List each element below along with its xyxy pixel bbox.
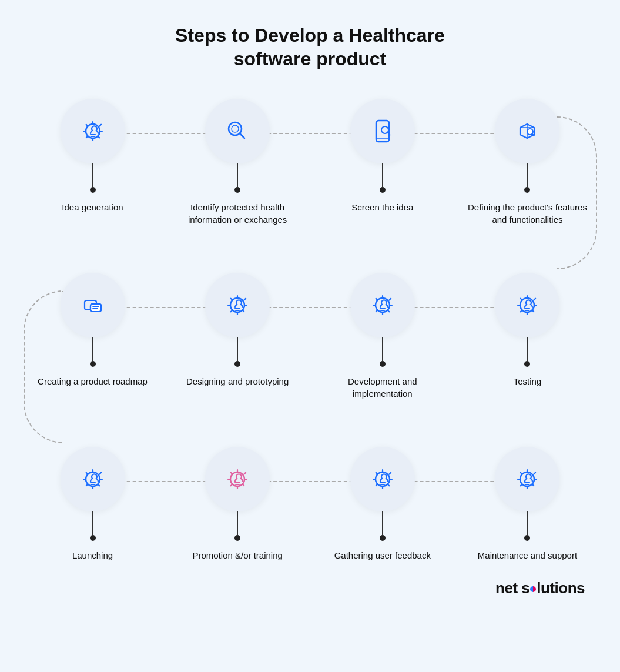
step-idea-generation: Idea generation <box>28 99 157 213</box>
step-1-icon-circle <box>61 99 125 163</box>
step-3-icon-circle <box>350 99 415 163</box>
step-feedback: Gathering user feedback <box>318 447 447 561</box>
step-12-label: Maintenance and support <box>478 549 577 561</box>
step-4-vertical-line <box>527 163 528 187</box>
launch-lightbulb-icon <box>78 464 108 494</box>
row-3: Launching Promoti <box>28 447 592 561</box>
step-4-dot <box>524 187 530 193</box>
step-7-icon-circle <box>350 273 415 337</box>
step-9-icon-circle <box>61 447 125 511</box>
step-9-vertical-line <box>92 511 93 535</box>
step-7-label: Development and implementation <box>318 375 447 400</box>
phone-search-icon <box>367 116 398 146</box>
search-magnify-icon <box>222 116 253 146</box>
dev-lightbulb-icon <box>367 290 398 320</box>
lightbulb-icon <box>78 116 108 146</box>
step-testing: Testing <box>463 273 592 387</box>
step-5-label: Creating a product roadmap <box>38 375 148 387</box>
step-3-dot <box>380 187 386 193</box>
brand-logo: net slutions <box>495 579 585 597</box>
step-11-vertical-line <box>382 511 383 535</box>
step-12-vertical-line <box>527 511 528 535</box>
step-2-icon-circle <box>205 99 270 163</box>
step-identify-phi: Identify protected health information or… <box>173 99 302 226</box>
step-12-dot <box>524 535 530 541</box>
step-5-icon-circle <box>61 273 125 337</box>
step-8-icon-circle <box>495 273 559 337</box>
design-lightbulb-icon <box>222 290 253 320</box>
step-designing: Designing and prototyping <box>173 273 302 387</box>
step-6-dot <box>234 361 240 367</box>
step-12-icon-circle <box>495 447 559 511</box>
page-title: Steps to Develop a Healthcare software p… <box>175 24 445 71</box>
step-8-label: Testing <box>514 375 542 387</box>
step-2-vertical-line <box>237 163 238 187</box>
step-maintenance: Maintenance and support <box>463 447 592 561</box>
step-1-dot <box>90 187 96 193</box>
step-11-label: Gathering user feedback <box>334 549 431 561</box>
step-4-label: Defining the product's features and func… <box>463 201 592 226</box>
logo-dot-icon <box>530 586 536 592</box>
svg-point-4 <box>232 125 239 132</box>
step-screen-idea: Screen the idea <box>318 99 447 213</box>
step-10-icon-circle <box>205 447 270 511</box>
step-promotion: Promotion &/or training <box>173 447 302 561</box>
step-row-3: Launching Promoti <box>28 447 592 561</box>
logo-area: net slutions <box>18 579 602 597</box>
testing-lightbulb-icon <box>512 290 542 320</box>
step-6-label: Designing and prototyping <box>186 375 289 387</box>
step-1-vertical-line <box>92 163 93 187</box>
step-10-dot <box>234 535 240 541</box>
step-9-dot <box>90 535 96 541</box>
maintenance-lightbulb-icon <box>512 464 542 494</box>
step-7-dot <box>380 361 386 367</box>
step-1-label: Idea generation <box>62 201 123 213</box>
step-8-dot <box>524 361 530 367</box>
step-6-vertical-line <box>237 337 238 361</box>
row-2: Creating a product roadmap <box>28 273 592 400</box>
step-11-icon-circle <box>350 447 415 511</box>
step-define-features: Defining the product's features and func… <box>463 99 592 226</box>
step-2-label: Identify protected health information or… <box>173 201 302 226</box>
svg-rect-12 <box>91 304 101 312</box>
step-7-vertical-line <box>382 337 383 361</box>
step-row-2: Creating a product roadmap <box>28 273 592 400</box>
step-10-vertical-line <box>237 511 238 535</box>
step-9-label: Launching <box>72 549 113 561</box>
step-row-1: Idea generation Identify protected healt… <box>28 99 592 226</box>
step-11-dot <box>380 535 386 541</box>
step-8-vertical-line <box>527 337 528 361</box>
step-3-label: Screen the idea <box>351 201 413 213</box>
box-search-icon <box>512 116 542 146</box>
step-3-vertical-line <box>382 163 383 187</box>
feedback-lightbulb-icon <box>367 464 398 494</box>
promotion-lightbulb-icon <box>222 464 253 494</box>
roadmap-icon <box>78 290 108 320</box>
row-1: Idea generation Identify protected healt… <box>28 99 592 226</box>
step-development: Development and implementation <box>318 273 447 400</box>
step-2-dot <box>234 187 240 193</box>
steps-diagram: Idea generation Identify protected healt… <box>28 99 592 561</box>
step-6-icon-circle <box>205 273 270 337</box>
step-launching: Launching <box>28 447 157 561</box>
step-product-roadmap: Creating a product roadmap <box>28 273 157 387</box>
page-wrapper: Steps to Develop a Healthcare software p… <box>0 0 620 672</box>
step-4-icon-circle <box>495 99 559 163</box>
step-10-label: Promotion &/or training <box>192 549 282 561</box>
step-5-dot <box>90 361 96 367</box>
step-5-vertical-line <box>92 337 93 361</box>
